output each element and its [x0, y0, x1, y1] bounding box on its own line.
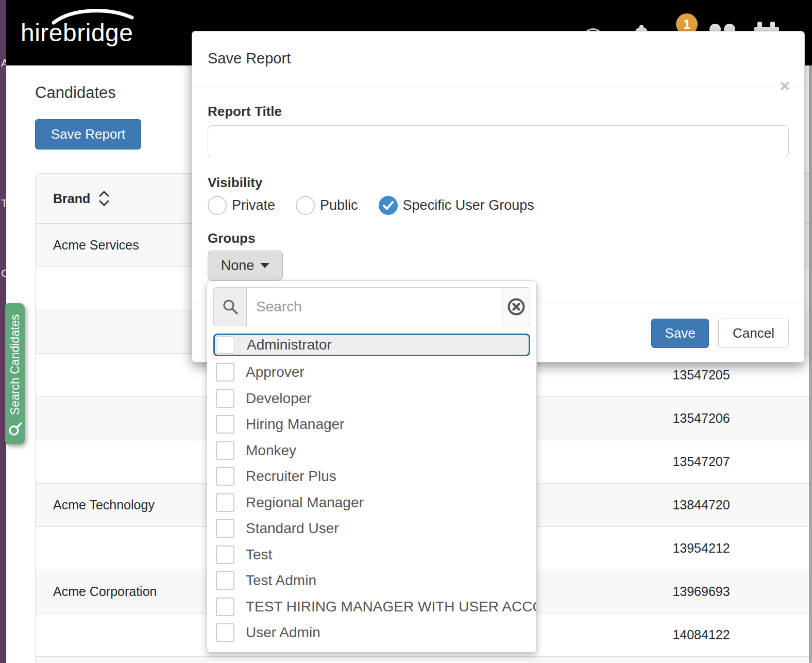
group-list-item[interactable]: Regional Manager: [213, 490, 530, 516]
groups-dropdown-value: None: [221, 258, 255, 274]
radio-circle[interactable]: [296, 196, 315, 215]
group-name: Test Admin: [246, 572, 316, 589]
radio-circle[interactable]: [379, 196, 398, 215]
group-list-item[interactable]: Hiring Manager: [213, 411, 530, 438]
group-list: Administrator Approver Developer Hiring …: [213, 334, 530, 646]
group-checkbox[interactable]: [216, 441, 234, 460]
group-list-item[interactable]: Test: [213, 542, 530, 568]
candidate-id-cell: 13844720: [593, 498, 809, 512]
table-row[interactable]: [36, 657, 809, 663]
visibility-radio-option[interactable]: Private: [208, 196, 275, 215]
modal-header: Save Report: [192, 31, 804, 87]
group-search: [213, 287, 530, 326]
modal-body: Report Title Visibility Private: [192, 87, 804, 280]
close-icon[interactable]: ×: [780, 77, 790, 94]
search-candidates-tab[interactable]: Search Candidates: [5, 303, 25, 444]
clear-search-button[interactable]: [502, 287, 530, 326]
group-checkbox[interactable]: [216, 467, 234, 486]
chevron-down-icon: [260, 263, 269, 268]
group-checkbox[interactable]: [216, 519, 234, 538]
sidebar-label-fragment: A: [1, 57, 6, 69]
candidate-id-cell: 13969693: [593, 584, 809, 599]
divider: [239, 335, 239, 355]
save-button[interactable]: Save: [651, 319, 709, 348]
group-list-item[interactable]: Administrator: [213, 334, 530, 356]
visibility-radio-option[interactable]: Specific User Groups: [379, 196, 534, 215]
group-list-item[interactable]: Standard User: [213, 516, 530, 542]
radio-circle[interactable]: [208, 196, 227, 215]
group-checkbox[interactable]: [216, 363, 234, 382]
candidate-id-cell: 13547206: [593, 411, 809, 426]
group-search-input[interactable]: [246, 287, 502, 326]
save-report-button[interactable]: Save Report: [35, 119, 141, 150]
radio-option-label: Public: [320, 197, 358, 213]
group-name: Regional Manager: [246, 494, 364, 511]
candidate-id-cell: 13547205: [593, 368, 809, 383]
group-name: Recruiter Plus: [246, 468, 336, 485]
group-list-item[interactable]: Monkey: [213, 438, 530, 464]
group-list-item[interactable]: TEST HIRING MANAGER WITH USER ACCOUNT: [213, 594, 530, 620]
group-checkbox[interactable]: [216, 545, 234, 564]
group-checkbox[interactable]: [216, 598, 234, 616]
group-name: TEST HIRING MANAGER WITH USER ACCOUNT: [246, 599, 537, 615]
groups-dropdown-button[interactable]: None: [208, 251, 283, 280]
group-checkbox[interactable]: [216, 571, 234, 590]
group-list-item[interactable]: User Admin: [213, 620, 530, 646]
group-name: Developer: [246, 390, 312, 407]
group-checkbox[interactable]: [216, 623, 234, 642]
page-title: Candidates: [35, 84, 116, 102]
cancel-button[interactable]: Cancel: [718, 319, 789, 348]
group-list-item[interactable]: Approver: [213, 359, 530, 386]
group-name: Hiring Manager: [246, 416, 344, 433]
group-name: Administrator: [247, 337, 332, 353]
brand-column-header[interactable]: Brand: [53, 191, 90, 206]
search-icon: [223, 299, 238, 314]
report-title-label: Report Title: [208, 104, 789, 120]
group-name: User Admin: [246, 624, 320, 641]
group-list-item[interactable]: Recruiter Plus: [213, 463, 530, 490]
sidebar-label-fragment: Te: [1, 197, 6, 209]
groups-dropdown-panel: Administrator Approver Developer Hiring …: [207, 280, 537, 653]
group-list-item[interactable]: Developer: [213, 386, 530, 412]
group-checkbox[interactable]: [217, 336, 234, 354]
group-checkbox[interactable]: [216, 389, 234, 408]
groups-label: Groups: [208, 230, 789, 246]
search-candidates-tab-label: Search Candidates: [8, 314, 22, 415]
search-addon: [213, 287, 246, 326]
group-name: Monkey: [246, 442, 296, 459]
clear-circle-x-icon: [507, 297, 526, 316]
radio-option-label: Private: [232, 197, 275, 213]
group-checkbox[interactable]: [216, 415, 234, 434]
group-list-item[interactable]: Test Admin: [213, 568, 530, 594]
visibility-options: Private Public: [208, 196, 789, 215]
candidate-id-cell: 13954212: [593, 541, 809, 556]
group-name: Approver: [246, 364, 304, 380]
candidate-id-cell: 14084122: [593, 627, 809, 642]
radio-option-label: Specific User Groups: [403, 197, 534, 213]
group-checkbox[interactable]: [216, 493, 234, 512]
candidate-id-cell: 13547207: [593, 454, 809, 469]
page-scrollbar[interactable]: [809, 65, 812, 663]
sidebar-label-fragment: C: [1, 267, 6, 279]
search-icon: [8, 422, 22, 436]
hirebridge-logo: hirebridge: [21, 19, 133, 47]
modal-title: Save Report: [208, 50, 291, 67]
visibility-label: Visibility: [208, 175, 789, 191]
visibility-radio-option[interactable]: Public: [296, 196, 358, 215]
group-name: Standard User: [246, 520, 339, 537]
report-title-input[interactable]: [208, 125, 789, 157]
group-name: Test: [246, 546, 272, 563]
sort-icon[interactable]: [98, 190, 110, 207]
